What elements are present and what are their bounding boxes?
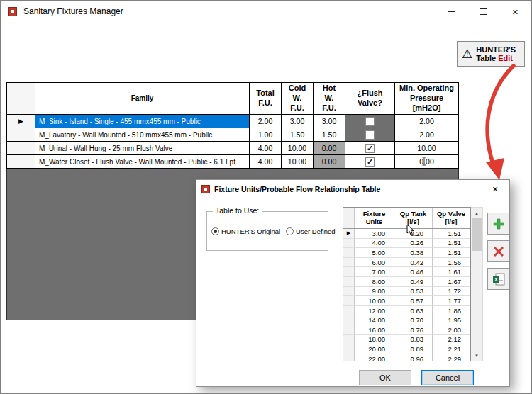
pressure-cell[interactable]: 2.00 [395,128,459,142]
row-selector[interactable] [343,258,355,268]
col-header-pressure[interactable]: Min. Operating Pressure [mH2O] [395,83,459,115]
row-selector[interactable]: ▶ [343,229,355,239]
col-header-cold-fu[interactable]: Cold W. F.U. [282,83,314,115]
row-selector[interactable] [7,142,35,155]
qp-tank-cell[interactable]: 0.46 [394,267,433,277]
qp-valve-cell[interactable]: 1.61 [433,267,470,277]
family-cell[interactable]: M_Urinal - Wall Hung - 25 mm Flush Valve [35,142,250,155]
qp-valve-cell[interactable]: 1.67 [433,277,470,287]
cold-fu-cell[interactable]: 10.00 [282,155,314,169]
row-selector[interactable] [343,277,355,287]
flush-checkbox[interactable]: ✓ [365,157,375,167]
col-header-fixture-units[interactable]: Fixture Units [355,208,394,228]
row-selector[interactable] [343,335,355,345]
qp-valve-cell[interactable]: 1.86 [433,306,470,316]
fixture-units-cell[interactable]: 16.00 [355,325,394,335]
cold-fu-cell[interactable]: 3.00 [282,115,314,128]
cancel-button[interactable]: Cancel [421,370,474,385]
qp-valve-cell[interactable]: 1.77 [433,296,470,306]
fixture-units-cell[interactable]: 20.00 [355,344,394,354]
row-selector[interactable] [343,325,355,335]
hot-fu-cell[interactable]: 0.00 [314,142,345,155]
row-selector[interactable] [343,306,355,316]
qp-valve-cell[interactable]: 2.03 [433,325,470,335]
total-fu-cell[interactable]: 2.00 [250,115,282,128]
close-button[interactable]: × [499,1,531,22]
col-header-qp-valve[interactable]: Qp Valve [l/s] [433,208,470,228]
add-row-button[interactable] [487,213,509,235]
fixture-units-cell[interactable]: 14.00 [355,315,394,325]
fixture-units-cell[interactable]: 9.00 [355,287,394,297]
flush-valve-cell[interactable]: ✓ [345,155,395,169]
qp-tank-cell[interactable]: 0.89 [394,344,433,354]
qp-tank-cell[interactable]: 0.49 [394,277,433,287]
qp-tank-cell[interactable]: 0.63 [394,306,433,316]
qp-tank-cell[interactable]: 0.96 [394,354,433,361]
total-fu-cell[interactable]: 4.00 [250,155,282,169]
pressure-cell[interactable]: 0.00 [395,155,459,169]
row-selector[interactable] [7,155,35,169]
qp-tank-cell[interactable]: 0.76 [394,325,433,335]
hot-fu-cell[interactable]: 0.00 [314,155,345,169]
qp-tank-cell[interactable]: 0.38 [394,248,433,258]
total-fu-cell[interactable]: 1.00 [250,128,282,142]
qp-valve-cell[interactable]: 2.21 [433,344,470,354]
corner-header[interactable] [343,208,355,228]
row-selector[interactable] [343,315,355,325]
pressure-cell[interactable]: 10.00 [395,142,459,155]
export-excel-button[interactable]: X [487,268,509,290]
flush-checkbox[interactable] [365,117,375,126]
radio-hunters-original[interactable]: HUNTER'S Original [211,227,280,235]
qp-tank-cell[interactable]: 0.26 [394,239,433,249]
flush-valve-cell[interactable] [345,128,395,142]
scroll-down-icon[interactable]: ▼ [471,350,482,361]
row-selector[interactable] [7,128,35,142]
qp-tank-cell[interactable]: 0.83 [394,335,433,345]
cold-fu-cell[interactable]: 1.50 [282,128,314,142]
flush-valve-cell[interactable]: ✓ [345,142,395,155]
fixture-units-cell[interactable]: 3.00 [355,229,394,239]
cold-fu-cell[interactable]: 10.00 [282,142,314,155]
flush-checkbox[interactable]: ✓ [365,144,375,153]
row-selector[interactable] [343,248,355,258]
row-selector[interactable] [343,354,355,361]
qp-tank-cell[interactable]: 0.57 [394,296,433,306]
qp-tank-cell[interactable]: 0.20 [394,229,433,239]
col-header-family[interactable]: Family [35,83,250,115]
hot-fu-cell[interactable]: 3.00 [314,115,345,128]
ok-button[interactable]: OK [359,370,411,385]
fixture-units-cell[interactable]: 8.00 [355,277,394,287]
scroll-up-icon[interactable]: ▲ [471,208,482,218]
col-header-flush-valve[interactable]: ¿Flush Valve? [345,83,395,115]
qp-valve-cell[interactable]: 2.12 [433,335,470,345]
col-header-hot-fu[interactable]: Hot W. F.U. [314,83,345,115]
delete-row-button[interactable] [487,240,509,262]
row-selector[interactable]: ▶ [7,115,35,128]
row-selector[interactable] [343,267,355,277]
qp-valve-cell[interactable]: 1.51 [433,248,470,258]
qp-valve-cell[interactable]: 1.51 [433,239,470,249]
row-selector[interactable] [343,287,355,297]
corner-header[interactable] [7,83,35,115]
col-header-total-fu[interactable]: Total F.U. [250,83,282,115]
fixture-units-cell[interactable]: 12.00 [355,306,394,316]
qp-tank-cell[interactable]: 0.70 [394,315,433,325]
fixture-units-cell[interactable]: 4.00 [355,239,394,249]
fixture-units-cell[interactable]: 5.00 [355,248,394,258]
minimize-button[interactable] [436,1,467,22]
qp-tank-cell[interactable]: 0.53 [394,287,433,297]
dialog-close-button[interactable]: × [481,180,509,198]
flush-checkbox[interactable] [365,130,375,140]
fixture-units-cell[interactable]: 18.00 [355,335,394,345]
flow-table-scrollbar[interactable]: ▲ ▼ [471,207,483,361]
family-cell[interactable]: M_Lavatory - Wall Mounted - 510 mmx455 m… [35,128,250,142]
qp-valve-cell[interactable]: 1.56 [433,258,470,268]
fixture-units-cell[interactable]: 6.00 [355,258,394,268]
scroll-thumb[interactable] [472,218,482,251]
qp-valve-cell[interactable]: 2.29 [433,354,470,361]
qp-valve-cell[interactable]: 1.95 [433,315,470,325]
qp-valve-cell[interactable]: 1.51 [433,229,470,239]
row-selector[interactable] [343,296,355,306]
hot-fu-cell[interactable]: 1.50 [314,128,345,142]
fixture-units-cell[interactable]: 22.00 [355,354,394,361]
